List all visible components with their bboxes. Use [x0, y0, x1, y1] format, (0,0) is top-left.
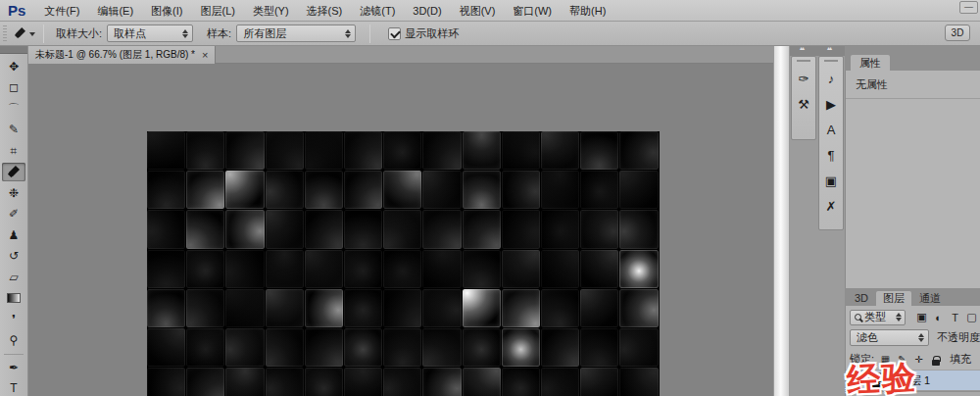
spinner-icon	[182, 26, 188, 41]
tool-presets-panel-icon[interactable]: ✗	[820, 193, 842, 219]
strip-grip[interactable]	[797, 60, 810, 62]
lock-all-icon[interactable]	[927, 354, 944, 366]
eyedropper-icon[interactable]	[13, 26, 26, 40]
menu-filter[interactable]: 滤镜(T)	[351, 0, 404, 22]
spinner-icon	[896, 310, 902, 324]
filter-adjustment-layers-icon[interactable]: ◐	[930, 312, 947, 323]
panel-dock: ▴▴ ▴▴ ✑⚒ ♪▶A¶▣✗ 属性 无属性	[790, 46, 980, 396]
tool-crop[interactable]: ⌗	[2, 141, 25, 160]
tab-channels[interactable]: 通道	[912, 291, 948, 306]
3d-button[interactable]: 3D	[945, 25, 970, 41]
photoshop-window: Ps 文件(F)编辑(E)图像(I)图层(L)类型(Y)选择(S)滤镜(T)3D…	[0, 0, 980, 396]
search-icon	[855, 314, 861, 321]
toolbar-grip[interactable]	[0, 46, 27, 54]
menu-edit[interactable]: 编辑(E)	[88, 0, 142, 22]
tool-eraser[interactable]: ▱	[2, 268, 25, 286]
tab-properties[interactable]: 属性	[851, 55, 890, 71]
canvas-image[interactable]	[147, 131, 660, 396]
menu-file[interactable]: 文件(F)	[35, 0, 88, 22]
ps-logo: Ps	[0, 2, 35, 19]
tool-eyedropper[interactable]	[2, 163, 25, 181]
character-panel-icon[interactable]: A	[820, 117, 842, 142]
menu-bar: Ps 文件(F)编辑(E)图像(I)图层(L)类型(Y)选择(S)滤镜(T)3D…	[0, 0, 980, 22]
tool-healing-brush[interactable]: ❉	[2, 183, 25, 202]
history-panel-icon[interactable]: ♪	[820, 66, 842, 91]
menu-help[interactable]: 帮助(H)	[561, 0, 614, 22]
document-tab[interactable]: 未标题-1 @ 66.7% (图层 1, RGB/8) * ×	[28, 46, 216, 64]
collapse-dock-icon[interactable]: ▴▴	[800, 44, 804, 51]
actions-panel-icon[interactable]: ▶	[820, 91, 842, 117]
tool-clone-stamp[interactable]: ♟	[2, 225, 25, 244]
document-title: 未标题-1 @ 66.7% (图层 1, RGB/8) *	[35, 48, 195, 62]
tool-type[interactable]: T	[2, 379, 25, 396]
collapse-dock-icon[interactable]: ▴▴	[827, 44, 831, 51]
tool-blur[interactable]: ❜	[2, 310, 25, 328]
fill-label: 填充	[950, 352, 971, 367]
minimize-button[interactable]: —	[959, 1, 978, 14]
tool-brush[interactable]: ✐	[2, 205, 25, 223]
tool-palette: ✥◻⌒✎⌗❉✐♟↺▱❜⚲✒T	[0, 46, 28, 396]
blend-mode-row: 滤色 不透明度	[846, 326, 980, 349]
icon-dock-strip-1: ✑⚒	[791, 56, 816, 140]
tool-gradient[interactable]	[2, 289, 25, 308]
tool-move[interactable]: ✥	[2, 57, 25, 75]
filter-type-layers-icon[interactable]: T	[947, 312, 963, 323]
close-icon[interactable]: ×	[202, 49, 208, 61]
menu-image[interactable]: 图像(I)	[142, 0, 191, 22]
brush-panel-icon[interactable]: ✑	[793, 66, 814, 91]
watermark-text: 经验	[846, 355, 918, 396]
opacity-label: 不透明度	[937, 330, 980, 345]
sample-label: 样本:	[207, 26, 231, 41]
vertical-scrollbar[interactable]	[773, 46, 790, 396]
tool-lasso[interactable]: ⌒	[2, 99, 25, 118]
spinner-icon	[918, 330, 924, 345]
panel-column: 属性 无属性 3D图层通道 类型 ▣◐T▢	[845, 46, 980, 396]
menu-view[interactable]: 视图(V)	[451, 0, 505, 22]
separator	[43, 25, 44, 43]
separator	[369, 25, 370, 43]
tool-dodge[interactable]: ⚲	[2, 331, 25, 350]
menu-layer[interactable]: 图层(L)	[191, 0, 243, 22]
tool-marquee[interactable]: ◻	[2, 78, 25, 97]
clone-source-icon[interactable]: ⚒	[793, 91, 814, 117]
menu-type[interactable]: 类型(Y)	[244, 0, 298, 22]
chevron-down-icon[interactable]	[29, 32, 35, 39]
layers-filter-row: 类型 ▣◐T▢	[846, 306, 980, 326]
tool-quick-select[interactable]: ✎	[2, 121, 25, 139]
options-grip	[3, 25, 7, 42]
tab-layers[interactable]: 图层	[876, 291, 911, 306]
options-bar: 取样大小: 取样点 样本: 所有图层 显示取样环 3D	[0, 22, 980, 46]
paragraph-panel-icon[interactable]: ¶	[820, 142, 842, 168]
filter-shape-layers-icon[interactable]: ▢	[963, 311, 980, 323]
menu-3d[interactable]: 3D(D)	[404, 0, 450, 22]
spinner-icon	[345, 26, 351, 41]
layer-comps-panel-icon[interactable]: ▣	[820, 168, 842, 193]
sample-size-dropdown[interactable]: 取样点	[107, 25, 193, 42]
sample-dropdown[interactable]: 所有图层	[236, 25, 356, 42]
tool-pen[interactable]: ✒	[2, 358, 25, 376]
tab-3d[interactable]: 3D	[848, 291, 875, 306]
properties-panel-header: 属性	[845, 46, 980, 71]
menu-window[interactable]: 窗口(W)	[504, 0, 561, 22]
strip-grip[interactable]	[824, 60, 838, 62]
filter-kind-dropdown[interactable]: 类型	[850, 310, 906, 325]
no-properties-text: 无属性	[846, 71, 980, 99]
show-sampling-ring-label: 显示取样环	[405, 26, 459, 41]
icon-dock-strip-2: ♪▶A¶▣✗	[818, 56, 844, 230]
tool-history-brush[interactable]: ↺	[2, 247, 25, 266]
canvas-area[interactable]	[28, 64, 773, 396]
document-tab-bar: 未标题-1 @ 66.7% (图层 1, RGB/8) * ×	[28, 46, 773, 64]
properties-panel: 无属性	[845, 71, 980, 288]
sample-size-label: 取样大小:	[56, 26, 102, 41]
filter-pixel-layers-icon[interactable]: ▣	[913, 311, 930, 323]
layers-panel-tabs: 3D图层通道	[845, 288, 980, 306]
blend-mode-dropdown[interactable]: 滤色	[850, 329, 929, 346]
menu-select[interactable]: 选择(S)	[298, 0, 352, 22]
show-sampling-ring-checkbox[interactable]	[388, 27, 401, 40]
